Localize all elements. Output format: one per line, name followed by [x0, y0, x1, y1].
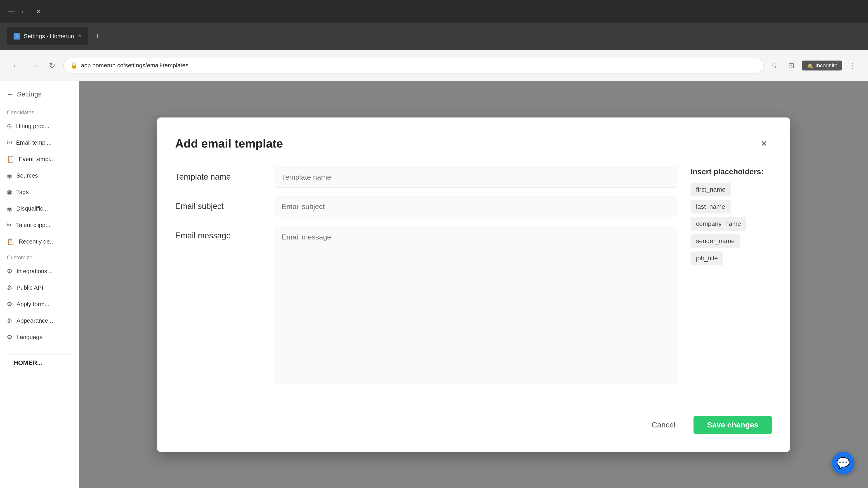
cancel-button[interactable]: Cancel [640, 416, 687, 434]
modal-footer: Cancel Save changes [175, 407, 772, 434]
bookmark-button[interactable]: ☆ [768, 59, 780, 72]
sidebar-item-integrations[interactable]: ⚙ Integrations... [0, 263, 79, 280]
tab-switch-button[interactable]: ⊡ [785, 59, 798, 72]
form-area: Template name Email subject Email messag… [175, 167, 677, 393]
incognito-button[interactable]: 🕵 Incognito [802, 61, 842, 70]
modal-overlay: Add email template × Template name [79, 81, 868, 488]
sidebar-item-label: Talent clipp... [16, 222, 51, 229]
sidebar-item-apply-form[interactable]: ⚙ Apply form... [0, 296, 79, 313]
modal-body: Template name Email subject Email messag… [175, 167, 772, 393]
placeholder-chip-first-name[interactable]: first_name [690, 183, 731, 196]
template-name-label: Template name [175, 167, 266, 182]
menu-button[interactable]: ⋮ [846, 59, 859, 72]
tab-favicon: H [13, 33, 20, 39]
template-name-input[interactable] [275, 167, 677, 188]
talent-clips-icon: ✂ [7, 221, 12, 229]
sidebar-item-label: Language [17, 334, 43, 341]
sidebar-back-label: Settings [17, 90, 41, 98]
appearance-icon: ⚙ [7, 317, 12, 324]
sidebar-item-label: Recently de... [19, 238, 55, 245]
placeholder-chip-company-name[interactable]: company_name [690, 217, 746, 231]
sidebar-item-sources[interactable]: ◉ Sources [0, 167, 79, 184]
sidebar-item-tags[interactable]: ◉ Tags [0, 184, 79, 200]
template-name-row: Template name [175, 167, 677, 188]
address-bar[interactable]: 🔒 app.homerun.co/settings/email-template… [63, 58, 764, 73]
email-message-row: Email message [175, 226, 677, 384]
sidebar-logo: HOMER... [7, 355, 72, 371]
language-icon: ⚙ [7, 333, 12, 341]
sidebar-item-label: Sources [16, 172, 38, 179]
add-email-template-modal: Add email template × Template name [157, 118, 790, 452]
tab-close-button[interactable]: ✕ [78, 33, 82, 39]
browser-chrome: — ▭ ✕ H Settings · Homerun ✕ + [0, 0, 868, 50]
new-tab-button[interactable]: + [91, 29, 104, 43]
placeholder-chip-sender-name[interactable]: sender_name [690, 234, 740, 248]
active-tab[interactable]: H Settings · Homerun ✕ [7, 27, 88, 45]
sidebar-item-hiring-process[interactable]: ⊙ Hiring proc... [0, 118, 79, 134]
sidebar-item-label: Email templ... [16, 139, 52, 146]
sidebar-back-button[interactable]: ← Settings [0, 90, 79, 105]
sidebar-item-label: Appearance... [17, 317, 53, 324]
modal-title: Add email template [175, 137, 283, 150]
sidebar-item-public-api[interactable]: ⚙ Public API [0, 280, 79, 296]
placeholder-chip-job-title[interactable]: job_title [690, 252, 723, 265]
modal-close-button[interactable]: × [756, 135, 772, 151]
address-text: app.homerun.co/settings/email-templates [81, 62, 188, 69]
hiring-process-icon: ⊙ [7, 123, 12, 130]
sources-icon: ◉ [7, 172, 12, 180]
main-content: Add email template × Template name [79, 81, 868, 488]
placeholder-chip-last-name[interactable]: last_name [690, 200, 731, 214]
nav-icons: ☆ ⊡ 🕵 Incognito ⋮ [768, 59, 859, 72]
sidebar-item-appearance[interactable]: ⚙ Appearance... [0, 313, 79, 329]
sidebar-item-talent-clips[interactable]: ✂ Talent clipp... [0, 217, 79, 233]
navigation-bar: ← → ↻ 🔒 app.homerun.co/settings/email-te… [0, 50, 868, 81]
sidebar-section-candidates: Candidates [0, 105, 79, 118]
modal-header: Add email template × [175, 135, 772, 151]
save-changes-button[interactable]: Save changes [693, 416, 772, 434]
placeholders-title: Insert placeholders: [690, 167, 772, 176]
close-window-button[interactable]: ✕ [34, 7, 43, 16]
incognito-label: Incognito [815, 62, 837, 69]
tab-title: Settings · Homerun [24, 33, 74, 40]
email-message-textarea[interactable] [275, 226, 677, 384]
integrations-icon: ⚙ [7, 267, 12, 275]
sidebar-item-label: Apply form... [17, 301, 50, 308]
email-message-label: Email message [175, 226, 266, 240]
minimize-button[interactable]: — [7, 7, 16, 16]
email-subject-input[interactable] [275, 197, 677, 217]
sidebar-item-label: Event templ... [19, 156, 55, 163]
recently-deleted-icon: 📋 [7, 238, 15, 246]
email-templates-icon: ✉ [7, 139, 12, 147]
sidebar-item-disqualification[interactable]: ◉ Disqualific... [0, 200, 79, 217]
tags-icon: ◉ [7, 188, 12, 196]
window-controls: — ▭ ✕ [7, 7, 43, 16]
email-subject-row: Email subject [175, 197, 677, 217]
sidebar: ← Settings Candidates ⊙ Hiring proc... ✉… [0, 81, 79, 488]
back-button[interactable]: ← [9, 59, 23, 72]
sidebar-item-label: Public API [17, 284, 43, 291]
page-area: ← Settings Candidates ⊙ Hiring proc... ✉… [0, 81, 868, 488]
reload-button[interactable]: ↻ [45, 59, 59, 72]
public-api-icon: ⚙ [7, 284, 12, 291]
event-templates-icon: 📋 [7, 156, 15, 163]
disqualification-icon: ◉ [7, 205, 12, 213]
back-arrow-icon: ← [7, 90, 13, 98]
sidebar-item-event-templates[interactable]: 📋 Event templ... [0, 151, 79, 167]
chat-bubble-button[interactable]: 💬 [832, 452, 855, 475]
maximize-button[interactable]: ▭ [20, 7, 29, 16]
placeholders-list: first_name last_name company_name sender… [690, 183, 772, 269]
sidebar-item-language[interactable]: ⚙ Language [0, 329, 79, 346]
placeholders-panel: Insert placeholders: first_name last_nam… [690, 167, 772, 393]
sidebar-section-customize: Customize [0, 250, 79, 263]
forward-button[interactable]: → [27, 59, 41, 72]
lock-icon: 🔒 [70, 62, 78, 69]
incognito-icon: 🕵 [807, 62, 813, 69]
sidebar-item-label: Hiring proc... [16, 123, 49, 130]
sidebar-item-email-templates[interactable]: ✉ Email templ... [0, 134, 79, 151]
sidebar-item-label: Integrations... [17, 268, 52, 275]
title-bar: — ▭ ✕ [0, 0, 868, 23]
sidebar-item-label: Disqualific... [16, 205, 48, 212]
apply-form-icon: ⚙ [7, 300, 12, 308]
sidebar-item-label: Tags [16, 189, 29, 196]
sidebar-item-recently-deleted[interactable]: 📋 Recently de... [0, 233, 79, 250]
